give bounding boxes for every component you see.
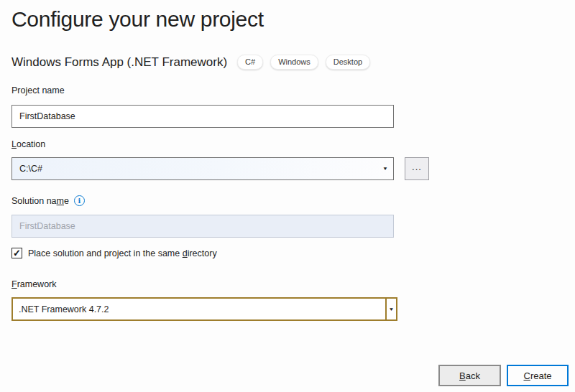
- chevron-down-icon[interactable]: ▼: [382, 167, 388, 171]
- same-directory-checkbox[interactable]: ✓: [12, 248, 22, 258]
- solution-name-input: [12, 215, 394, 238]
- project-name-input[interactable]: [12, 105, 394, 128]
- info-icon[interactable]: i: [74, 195, 85, 206]
- create-button[interactable]: Create: [507, 365, 569, 386]
- template-tags: C# Windows Desktop: [237, 55, 370, 70]
- browse-location-button[interactable]: ...: [405, 157, 429, 180]
- solution-name-label-text: Solution name: [12, 196, 69, 206]
- ellipsis-icon: ...: [412, 162, 422, 172]
- framework-label: Framework: [12, 279, 57, 289]
- back-button-label: Back: [459, 370, 480, 381]
- location-label: Location: [12, 139, 45, 149]
- location-combobox[interactable]: C:\C# ▼: [12, 157, 394, 180]
- template-header: Windows Forms App (.NET Framework) C# Wi…: [12, 55, 370, 70]
- back-button[interactable]: Back: [438, 365, 501, 386]
- framework-value: .NET Framework 4.7.2: [13, 299, 385, 319]
- tag-windows: Windows: [270, 55, 318, 70]
- page-title: Configure your new project: [12, 7, 264, 32]
- create-button-label: Create: [523, 370, 551, 381]
- project-name-label: Project name: [12, 85, 65, 95]
- same-directory-label[interactable]: Place solution and project in the same d…: [28, 248, 217, 258]
- tag-csharp: C#: [237, 55, 263, 70]
- chevron-down-icon: ▼: [389, 307, 395, 311]
- framework-dropdown-button[interactable]: ▼: [385, 299, 396, 319]
- framework-combobox[interactable]: .NET Framework 4.7.2 ▼: [12, 297, 397, 321]
- same-directory-row: ✓ Place solution and project in the same…: [12, 248, 217, 258]
- checkmark-icon: ✓: [13, 248, 21, 258]
- tag-desktop: Desktop: [326, 55, 370, 70]
- solution-name-label: Solution name i: [12, 195, 85, 206]
- configure-project-dialog: Configure your new project Windows Forms…: [0, 0, 575, 392]
- template-name: Windows Forms App (.NET Framework): [12, 55, 227, 70]
- location-value: C:\C#: [19, 164, 42, 174]
